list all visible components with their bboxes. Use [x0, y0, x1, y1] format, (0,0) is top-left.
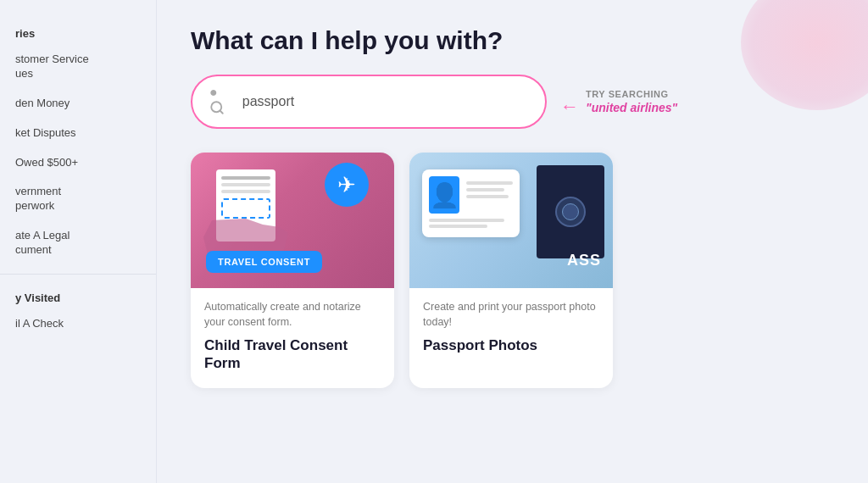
sidebar-item-mail-check[interactable]: il A Check [0, 309, 156, 339]
card-travel-description: Automatically create and notarize your c… [204, 300, 381, 330]
search-icon: ●︎ [209, 85, 234, 119]
card-passport-image: 👤 [409, 153, 613, 288]
sidebar-categories-title: ries [0, 17, 156, 45]
main-content: What can I help you with? ●︎ ← TRY SEARC… [157, 0, 868, 483]
id-lines [466, 181, 513, 198]
plane-circle: ✈ [325, 163, 369, 207]
search-bar[interactable]: ●︎ [191, 75, 547, 129]
try-searching-hint: ← TRY SEARCHING "united airlines" [560, 89, 677, 114]
sidebar-item-customer-service[interactable]: stomer Serviceues [0, 45, 156, 89]
sidebar-recently-visited-title: y Visited [0, 283, 156, 309]
card-travel-image: ✈ TRAVEL CONSENT [191, 153, 394, 288]
sidebar-item-legal-document[interactable]: ate A Legalcument [0, 221, 156, 265]
try-searching-label: TRY SEARCHING [586, 89, 669, 99]
id-photo: 👤 [429, 176, 459, 214]
card-travel-title: Child Travel Consent Form [204, 336, 381, 373]
sidebar-item-hidden-money[interactable]: den Money [0, 89, 156, 119]
search-row: ●︎ ← TRY SEARCHING "united airlines" [191, 75, 834, 129]
page-title: What can I help you with? [191, 25, 834, 56]
passport-ss-text: ASS [567, 252, 601, 269]
card-travel-consent[interactable]: ✈ TRAVEL CONSENT Automatically create an… [191, 153, 394, 388]
try-searching-value: "united airlines" [586, 101, 677, 114]
id-card-illustration: 👤 [422, 169, 520, 237]
travel-consent-badge: TRAVEL CONSENT [206, 251, 322, 273]
passport-seal [555, 197, 586, 227]
person-icon: 👤 [430, 181, 459, 209]
card-travel-body: Automatically create and notarize your c… [191, 288, 394, 388]
card-passport-body: Create and print your passport photo tod… [409, 288, 613, 369]
sidebar: ries stomer Serviceues den Money ket Dis… [0, 0, 157, 483]
search-input[interactable] [242, 94, 528, 109]
sidebar-divider [0, 274, 156, 275]
plane-icon: ✈ [337, 172, 356, 198]
sidebar-item-government-paperwork[interactable]: vernmentperwork [0, 177, 156, 221]
svg-line-1 [220, 110, 222, 113]
sidebar-item-ticket-disputes[interactable]: ket Disputes [0, 119, 156, 148]
card-passport-photos[interactable]: 👤 [409, 153, 613, 388]
card-passport-description: Create and print your passport photo tod… [423, 300, 599, 330]
cards-row: ✈ TRAVEL CONSENT Automatically create an… [191, 153, 834, 388]
card-passport-title: Passport Photos [423, 336, 599, 354]
passport-book-illustration [537, 165, 604, 258]
passport-seal-inner [562, 203, 579, 220]
sidebar-item-owed-money[interactable]: Owed $500+ [0, 148, 156, 178]
arrow-icon: ← [560, 96, 579, 118]
